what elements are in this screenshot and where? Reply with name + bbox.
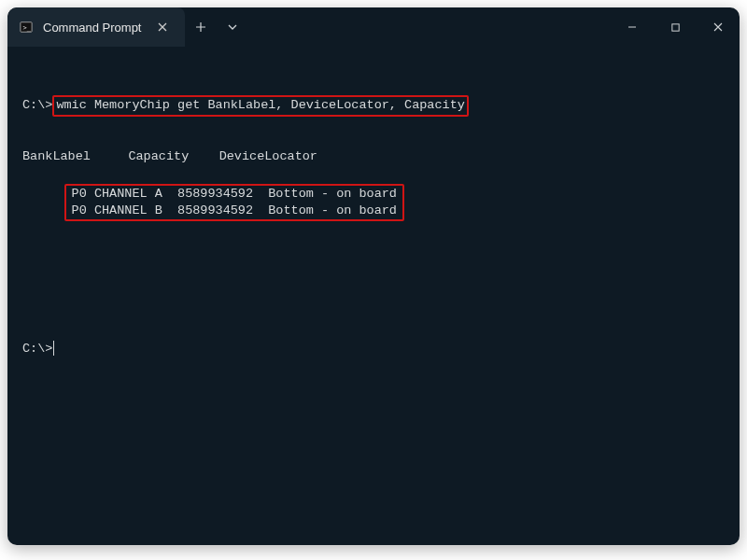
svg-text:>_: >_ (23, 24, 32, 32)
tab-label: Command Prompt (43, 21, 144, 35)
output-rows-highlight: P0 CHANNEL A 8589934592 Bottom - on boar… (64, 184, 404, 221)
minimize-button[interactable] (611, 7, 654, 47)
terminal-window: >_ Command Prompt (7, 7, 740, 545)
entered-command: wmic MemoryChip get BankLabel, DeviceLoc… (52, 95, 468, 116)
maximize-button[interactable] (654, 7, 697, 47)
output-headers: BankLabel Capacity DeviceLocator (19, 148, 736, 165)
prompt-prefix: C:\> (22, 98, 52, 112)
terminal-body[interactable]: C:\>wmic MemoryChip get BankLabel, Devic… (7, 47, 740, 545)
blank-line (19, 238, 736, 255)
prompt-line: C:\> (19, 341, 736, 357)
titlebar[interactable]: >_ Command Prompt (7, 7, 740, 47)
window-close-button[interactable] (697, 7, 740, 47)
close-icon (158, 22, 167, 32)
text-cursor (53, 341, 54, 356)
blank-line (19, 289, 736, 306)
chevron-down-icon (227, 21, 238, 33)
prompt-prefix: C:\> (22, 342, 52, 356)
output-row: P0 CHANNEL B 8589934592 Bottom - on boar… (68, 203, 401, 219)
plus-icon (195, 21, 206, 33)
tab-dropdown-button[interactable] (217, 7, 248, 47)
close-icon (712, 21, 724, 33)
tab-command-prompt[interactable]: >_ Command Prompt (7, 7, 185, 47)
cmd-icon: >_ (19, 20, 34, 35)
new-tab-button[interactable] (185, 7, 217, 47)
maximize-icon (670, 22, 681, 33)
command-line: C:\>wmic MemoryChip get BankLabel, Devic… (19, 97, 736, 114)
output-row: P0 CHANNEL A 8589934592 Bottom - on boar… (68, 186, 401, 203)
minimize-icon (627, 21, 638, 33)
svg-rect-2 (671, 23, 678, 30)
titlebar-drag-area[interactable] (248, 7, 611, 47)
close-tab-button[interactable] (153, 18, 172, 36)
